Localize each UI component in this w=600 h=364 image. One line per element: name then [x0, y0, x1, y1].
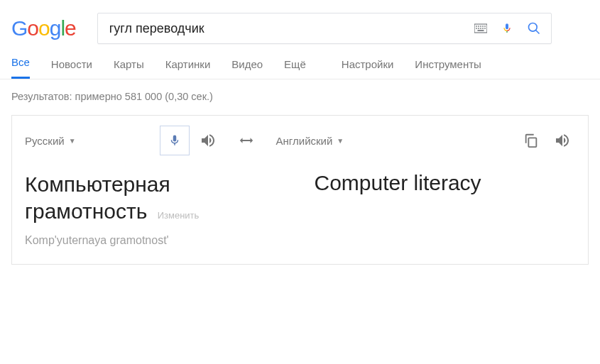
google-logo[interactable]: Google	[11, 16, 76, 40]
target-language-label: Английский	[276, 135, 333, 147]
chevron-down-icon: ▼	[69, 137, 76, 145]
result-stats: Результатов: примерно 581 000 (0,30 сек.…	[0, 79, 600, 115]
target-language-selector[interactable]: Английский ▼	[276, 135, 344, 147]
tab-more[interactable]: Ещё	[284, 58, 306, 79]
svg-point-12	[528, 23, 537, 32]
copy-translation-button[interactable]	[518, 128, 544, 153]
voice-input-button[interactable]	[160, 126, 190, 155]
search-icon[interactable]	[527, 21, 541, 35]
svg-rect-2	[478, 26, 479, 27]
source-language-label: Русский	[25, 135, 65, 147]
search-input[interactable]	[109, 21, 474, 36]
source-text[interactable]: Компьютерная грамотность Изменить	[25, 171, 286, 224]
source-language-selector[interactable]: Русский ▼	[25, 135, 76, 147]
tab-tools[interactable]: Инструменты	[415, 58, 481, 79]
svg-rect-9	[482, 28, 484, 29]
tab-news[interactable]: Новости	[51, 58, 92, 79]
voice-search-icon[interactable]	[501, 21, 513, 36]
tab-images[interactable]: Картинки	[165, 58, 211, 79]
tab-all[interactable]: Все	[11, 56, 30, 79]
svg-rect-11	[477, 30, 484, 31]
tab-video[interactable]: Видео	[231, 58, 263, 79]
svg-rect-7	[478, 28, 479, 29]
svg-rect-14	[528, 138, 536, 147]
speaker-icon	[554, 132, 571, 149]
svg-rect-4	[482, 26, 484, 27]
listen-translation-button[interactable]	[550, 128, 575, 153]
svg-rect-1	[476, 26, 477, 27]
translate-card: Русский ▼ Английский ▼ Компьютерна	[11, 115, 589, 265]
chevron-down-icon: ▼	[337, 137, 344, 145]
swap-icon	[239, 133, 254, 148]
translated-text: Computer literacy	[315, 171, 576, 195]
svg-rect-8	[480, 28, 481, 29]
speaker-icon	[200, 132, 217, 149]
svg-rect-6	[476, 28, 477, 29]
svg-rect-5	[484, 26, 486, 27]
source-text-value: Компьютерная грамотность	[25, 172, 170, 223]
copy-icon	[523, 133, 539, 148]
microphone-icon	[168, 132, 181, 149]
listen-source-button[interactable]	[195, 128, 221, 153]
tab-maps[interactable]: Карты	[114, 58, 144, 79]
edit-link[interactable]: Изменить	[158, 210, 200, 221]
svg-rect-3	[480, 26, 481, 27]
svg-line-13	[535, 31, 539, 34]
tab-settings[interactable]: Настройки	[342, 58, 394, 79]
keyboard-icon[interactable]	[474, 23, 487, 33]
transliteration: Komp'yuternaya gramotnost'	[25, 234, 286, 247]
swap-languages-button[interactable]	[234, 128, 259, 153]
search-box	[97, 13, 552, 44]
search-tabs: Все Новости Карты Картинки Видео Ещё Нас…	[0, 48, 600, 79]
svg-rect-10	[484, 28, 486, 29]
